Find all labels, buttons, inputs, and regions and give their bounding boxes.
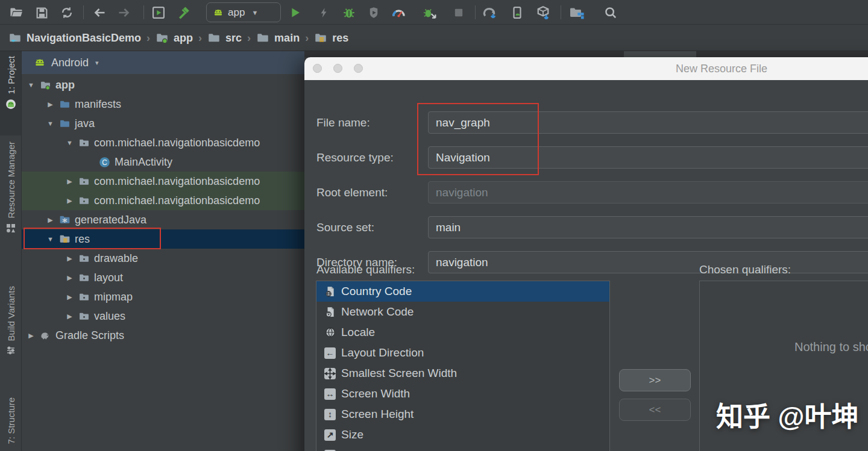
project-view-selector[interactable]: Android ▾ — [22, 51, 304, 74]
tree-row-java[interactable]: ▼ java — [22, 114, 304, 133]
sidebar-tab-project[interactable]: 1: Project — [0, 51, 22, 135]
stop-icon[interactable] — [451, 5, 467, 20]
class-icon: C — [99, 157, 110, 168]
debug-bug-icon[interactable] — [341, 5, 357, 20]
toolbar-divider — [475, 5, 476, 19]
tree-row-layout[interactable]: ▶ layout — [22, 268, 304, 287]
tree-row-mipmap[interactable]: ▶ mipmap — [22, 287, 304, 306]
generated-folder-icon — [59, 214, 71, 226]
file-name-input[interactable] — [428, 111, 868, 134]
android-icon — [213, 8, 224, 17]
qualifier-size[interactable]: ↗ Size — [316, 425, 609, 445]
qualifier-network-code[interactable]: Network Code — [316, 302, 609, 322]
qualifier-ratio[interactable]: ◰ Ratio — [316, 445, 609, 451]
arrows-4way-icon — [324, 368, 336, 379]
resource-manager-icon — [6, 223, 16, 233]
build-hammer-icon[interactable] — [176, 5, 192, 20]
project-tool-window: Android ▾ ▼ app ▶ manifests ▼ java ▼ com… — [22, 51, 304, 451]
run-window-icon[interactable] — [151, 5, 166, 20]
maximize-icon[interactable] — [354, 64, 363, 73]
minimize-icon[interactable] — [333, 64, 342, 73]
tree-row-package-androidtest[interactable]: ▶ com.michael.navigationbasicdemo — [22, 172, 304, 191]
add-qualifier-button[interactable]: >> — [619, 369, 691, 391]
qualifier-locale[interactable]: Locale — [316, 322, 609, 343]
project-folder-icon — [8, 32, 22, 44]
tree-row-mainactivity[interactable]: C MainActivity — [22, 152, 304, 172]
sync-icon[interactable] — [59, 5, 75, 20]
tree-row-generatedjava[interactable]: ▶ generatedJava — [22, 210, 304, 229]
package-folder-icon — [78, 195, 90, 207]
chosen-qualifiers-label: Chosen qualifiers: — [699, 263, 791, 276]
package-folder-icon — [78, 176, 90, 187]
source-set-label: Source set: — [316, 216, 374, 238]
dialog-titlebar[interactable]: New Resource File — [304, 57, 868, 80]
sdk-manager-icon[interactable] — [535, 5, 551, 20]
root-element-input[interactable] — [428, 181, 868, 204]
breadcrumb-separator: › — [198, 32, 202, 45]
folder-icon — [256, 32, 269, 44]
android-icon — [34, 58, 46, 67]
close-icon[interactable] — [313, 64, 322, 73]
sidebar-tab-build-variants[interactable]: Build Variants — [0, 281, 22, 381]
module-folder-icon — [40, 79, 51, 91]
arrow-diag-icon: ↗ — [324, 429, 336, 441]
arrow-left-icon: ← — [324, 347, 336, 359]
tree-row-package-main[interactable]: ▼ com.michael.navigationbasicdemo — [22, 133, 304, 152]
save-icon[interactable] — [34, 5, 49, 20]
dialog-title: New Resource File — [676, 57, 767, 80]
qualifier-screen-width[interactable]: ↔ Screen Width — [316, 384, 609, 404]
sidebar-tab-resource-manager[interactable]: Resource Manager — [0, 137, 22, 257]
source-set-select[interactable] — [428, 216, 868, 238]
run-configuration-select[interactable]: app ▼ — [206, 2, 281, 22]
tree-row-values[interactable]: ▶ values — [22, 306, 304, 326]
build-variants-icon — [6, 346, 16, 355]
resource-folder-icon — [314, 32, 327, 44]
android-studio-window: { "toolbar": { "run_config": "app", "com… — [0, 0, 868, 451]
resource-type-select[interactable] — [428, 146, 868, 169]
search-icon[interactable] — [603, 5, 618, 20]
chevron-down-icon: ▾ — [95, 59, 99, 67]
breadcrumb-item-project[interactable]: NavigationBasicDemo — [8, 32, 141, 45]
qualifier-layout-direction[interactable]: ← Layout Direction — [316, 343, 609, 363]
qualifier-screen-height[interactable]: ↕ Screen Height — [316, 404, 609, 425]
resource-type-label: Resource type: — [316, 146, 394, 169]
open-folder-icon[interactable] — [8, 5, 24, 20]
toolbar-divider — [83, 5, 84, 19]
tree-row-gradle-scripts[interactable]: ▶ Gradle Scripts — [22, 326, 304, 345]
profiler-gauge-icon[interactable] — [391, 5, 406, 20]
forward-icon[interactable] — [116, 5, 131, 20]
apply-changes-lightning-icon[interactable] — [316, 5, 332, 20]
arrow-h-icon: ↔ — [324, 388, 336, 400]
tree-row-manifests[interactable]: ▶ manifests — [22, 95, 304, 114]
available-qualifiers-list: Country Code Network Code Locale ← Layou… — [316, 281, 610, 451]
gradle-icon — [40, 330, 51, 341]
breadcrumb-item-src[interactable]: src — [207, 32, 242, 45]
doc-globe-icon — [324, 286, 336, 297]
directory-name-input[interactable] — [428, 251, 868, 273]
back-icon[interactable] — [92, 5, 108, 20]
watermark: 知乎 @叶坤 — [716, 395, 858, 434]
breadcrumb-item-res[interactable]: res — [314, 32, 348, 45]
gradle-sync-icon[interactable] — [482, 5, 498, 20]
qualifier-smallest-screen-width[interactable]: Smallest Screen Width — [316, 363, 609, 384]
android-project-icon — [5, 99, 16, 110]
device-manager-icon[interactable] — [509, 5, 525, 20]
toolbar-divider — [561, 5, 561, 19]
file-name-label: File name: — [316, 111, 370, 134]
project-structure-icon[interactable] — [569, 5, 585, 20]
globe-icon — [324, 327, 336, 338]
remove-qualifier-button[interactable]: << — [619, 399, 691, 421]
tree-row-package-test[interactable]: ▶ com.michael.navigationbasicdemo — [22, 191, 304, 210]
run-play-icon[interactable] — [288, 5, 303, 20]
chosen-empty-text: Nothing to show — [794, 340, 868, 354]
profile-shield-icon[interactable] — [366, 5, 382, 20]
tree-row-app[interactable]: ▼ app — [22, 75, 304, 95]
breadcrumb-item-app[interactable]: app — [156, 32, 193, 45]
arrow-v-icon: ↕ — [324, 409, 336, 420]
qualifier-country-code[interactable]: Country Code — [316, 281, 609, 302]
tree-row-drawable[interactable]: ▶ drawable — [22, 249, 304, 268]
tree-row-res[interactable]: ▼ res — [22, 229, 304, 249]
attach-debugger-icon[interactable] — [422, 5, 438, 20]
sidebar-tab-structure[interactable]: 7: Structure — [0, 393, 22, 451]
breadcrumb-item-main[interactable]: main — [256, 32, 300, 45]
